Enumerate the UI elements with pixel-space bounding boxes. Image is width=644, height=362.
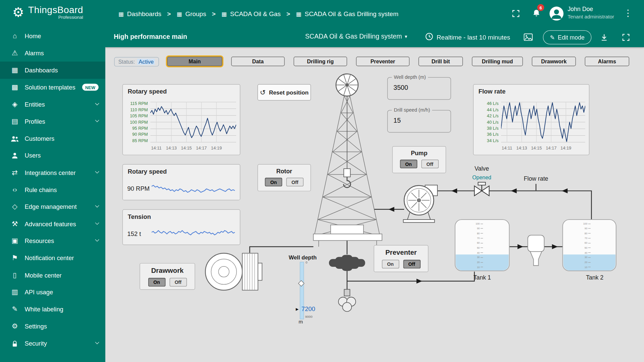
tank2-level-scale: 100908070605040302010: [578, 223, 591, 268]
sidebar-item-advanced-features[interactable]: ⚒Advanced features: [0, 215, 105, 232]
sidebar-item-customers[interactable]: Customers: [0, 130, 105, 147]
mobile-center-icon: ▯: [10, 271, 19, 280]
nav-button-main[interactable]: Main: [167, 57, 222, 66]
well-depth-slider-label: Well depth: [287, 254, 319, 260]
user-role: Tenant administrator: [568, 13, 614, 20]
thingsboard-logo[interactable]: ⚙ ThingsBoard Professional: [12, 5, 83, 20]
sidebar-item-settings[interactable]: ⚙Settings: [0, 318, 105, 335]
pump-on-button[interactable]: On: [400, 160, 417, 168]
sidebar-item-notification-center[interactable]: ⚑Notification center: [0, 249, 105, 266]
widget-title: Tension: [128, 213, 151, 220]
image-export-icon[interactable]: [524, 33, 533, 43]
solution-templates-icon: ▩: [10, 83, 19, 92]
entities-icon: ◈: [10, 100, 19, 109]
rotary-speed-chart-widget: Rotary speed 115 RPM110 RPM 105 RPM100 R…: [122, 84, 240, 155]
sidebar-item-api-usage[interactable]: ▥API usage: [0, 284, 105, 301]
dashboard-group-icon: ▦: [221, 10, 227, 17]
drawwork-switch-widget: Drawwork On Off: [140, 263, 195, 290]
dashboard-toolbar: High performance main SCADA Oil & Gas Dr…: [105, 27, 644, 47]
entity-status-select[interactable]: Status: Active: [114, 57, 159, 66]
sidebar-item-users[interactable]: Users: [0, 147, 105, 164]
nav-button-drill-bit[interactable]: Drill bit: [419, 57, 463, 66]
sidebar-item-mobile-center[interactable]: ▯Mobile center: [0, 266, 105, 284]
slider-min-label: 0: [306, 261, 307, 264]
download-icon[interactable]: [600, 33, 608, 43]
breadcrumb-dashboards[interactable]: ▦ Dashboards: [118, 10, 161, 17]
sidebar-item-integrations-center[interactable]: ⇄Integrations center: [0, 164, 105, 181]
sidebar-item-profiles[interactable]: ▤Profiles: [0, 113, 105, 130]
logo-subtitle: Professional: [58, 15, 83, 20]
sidebar-item-alarms[interactable]: ⚠Alarms: [0, 45, 105, 62]
user-name: John Doe: [568, 5, 614, 13]
field-label: Drill speed (m/h): [392, 107, 432, 113]
tension-value-widget: Tension 152 t: [122, 209, 240, 245]
chevron-down-icon: [95, 340, 99, 344]
customers-icon: [10, 134, 19, 142]
y-axis-labels: 46 L/s44 L/s 42 L/s40 L/s 38 L/s36 L/s 3…: [475, 101, 499, 143]
flow-rate-chart-widget: Flow rate 46 L/s44 L/s 42 L/s40 L/s 38 L…: [473, 84, 590, 155]
drawwork-off-button[interactable]: Off: [169, 278, 186, 287]
preventer-switch-widget: Preventer On Off: [374, 245, 428, 272]
rotary-speed-sparkline: [152, 180, 235, 196]
sidebar-nav: ⌂Home ⚠Alarms ▦Dashboards ▩Solution temp…: [0, 27, 105, 362]
breadcrumb-groups[interactable]: ▦ Groups: [176, 10, 206, 17]
edit-mode-button[interactable]: ✎ Edit mode: [543, 31, 592, 45]
tank1-level-scale: 100908070605040302010: [471, 223, 483, 268]
rotor-on-button[interactable]: On: [265, 178, 282, 186]
sidebar-item-edge-management[interactable]: ◇Edge management: [0, 198, 105, 215]
widget-title: Rotary speed: [128, 88, 167, 95]
app-header: ⚙ ThingsBoard Professional ▦ Dashboards …: [0, 0, 644, 27]
dashboards-icon: ▦: [10, 66, 19, 75]
widget-title: Rotor: [276, 168, 292, 175]
chevron-down-icon: [95, 238, 99, 242]
sidebar-item-white-labeling[interactable]: ✎White labeling: [0, 301, 105, 318]
breadcrumb-separator: >: [206, 10, 221, 17]
notification-center-icon: ⚑: [10, 254, 19, 262]
pump-off-button[interactable]: Off: [421, 160, 438, 168]
drawwork-on-button[interactable]: On: [148, 278, 165, 287]
chevron-down-icon: [95, 169, 99, 173]
nav-button-drawwork[interactable]: Drawwork: [532, 57, 576, 66]
fullscreen-icon[interactable]: [512, 9, 520, 19]
valve-label: Valve: [465, 165, 498, 172]
more-menu-icon[interactable]: ⋮: [624, 8, 633, 18]
new-badge: NEW: [82, 84, 99, 91]
sidebar-item-solution-templates[interactable]: ▩Solution templatesNEW: [0, 79, 105, 96]
sidebar-item-dashboards[interactable]: ▦Dashboards: [0, 62, 105, 79]
user-avatar[interactable]: [549, 7, 564, 21]
rotor-switch-widget: Rotor On Off: [258, 164, 311, 191]
settings-gear-icon: ⚙: [10, 322, 19, 330]
expand-fullscreen-icon[interactable]: [622, 33, 630, 43]
slider-max-label: 9000: [305, 315, 313, 318]
nav-button-preventer[interactable]: Preventer: [356, 57, 410, 66]
preventer-off-button[interactable]: Off: [403, 260, 420, 268]
sidebar-item-security[interactable]: Security: [0, 335, 105, 352]
nav-button-drilling-rig[interactable]: Drilling rig: [294, 57, 347, 66]
sidebar-item-resources[interactable]: ▣Resources: [0, 232, 105, 249]
rule-chains-icon: ‹›: [10, 186, 19, 194]
security-lock-icon: [10, 339, 19, 347]
dashboard-state-title: High performance main: [114, 33, 187, 41]
white-labeling-icon: ✎: [10, 305, 19, 314]
rotary-speed-value-widget: Rotary speed 90 RPM: [122, 164, 240, 200]
sidebar-item-home[interactable]: ⌂Home: [0, 27, 105, 45]
clock-icon: [425, 33, 433, 42]
preventer-on-button[interactable]: On: [382, 260, 399, 268]
timewindow-button[interactable]: Realtime - last 10 minutes: [425, 33, 510, 42]
nav-button-data[interactable]: Data: [231, 57, 284, 66]
sidebar-item-rule-chains[interactable]: ‹›Rule chains: [0, 181, 105, 198]
nav-button-drilling-mud[interactable]: Drilling mud: [472, 57, 523, 66]
breadcrumb-drilling-system[interactable]: ▦ SCADA Oil & Gas Drilling system: [296, 10, 398, 17]
rotor-off-button[interactable]: Off: [286, 178, 303, 186]
reset-position-button[interactable]: ↺ Reset position: [258, 84, 311, 101]
status-label: Status:: [118, 59, 135, 65]
nav-button-alarms[interactable]: Alarms: [585, 57, 629, 66]
edge-management-icon: ◇: [10, 202, 19, 211]
drawwork-motor: [205, 253, 262, 290]
chevron-down-icon: [95, 221, 99, 225]
sidebar-item-entities[interactable]: ◈Entities: [0, 96, 105, 113]
dashboard-state-select[interactable]: SCADA Oil & Gas Drilling system ▾: [305, 33, 407, 40]
breadcrumb-scada-oil-gas[interactable]: ▦ SCADA Oil & Gas: [221, 10, 281, 17]
dashboard-canvas: Status: Active Main Data Drilling rig Pr…: [105, 47, 644, 362]
user-info[interactable]: John Doe Tenant administrator: [568, 5, 614, 20]
